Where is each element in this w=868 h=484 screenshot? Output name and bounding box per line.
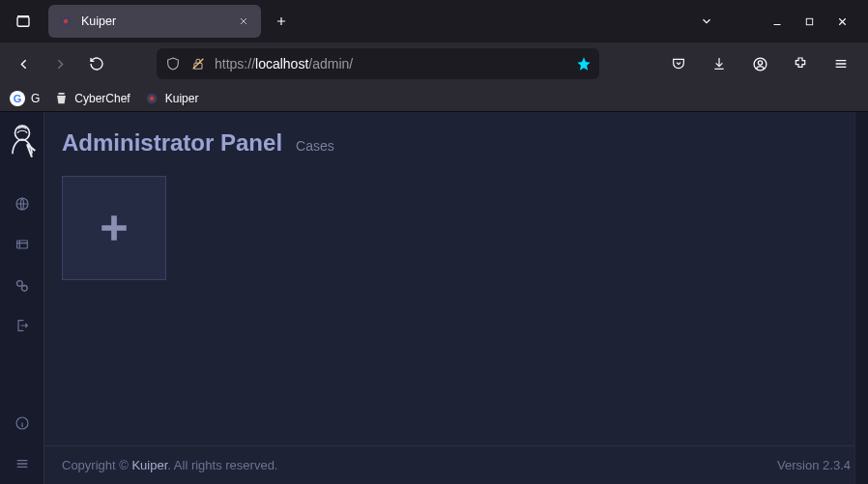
cyberchef-icon <box>53 91 69 106</box>
footer-copyright: Copyright © Kuiper. All rights reserved. <box>62 458 277 472</box>
url-bar[interactable]: https://localhost/admin/ <box>157 48 599 79</box>
browser-navbar: https://localhost/admin/ <box>0 43 868 85</box>
bookmarks-bar: G G CyberChef Kuiper <box>0 85 868 112</box>
shield-icon[interactable] <box>164 56 182 71</box>
url-text: https://localhost/admin/ <box>215 56 568 71</box>
bookmark-star-icon[interactable] <box>576 56 592 71</box>
svg-rect-11 <box>16 241 27 248</box>
sidebar-item-logout[interactable] <box>0 305 44 346</box>
svg-rect-0 <box>17 17 29 27</box>
minimize-button[interactable] <box>771 15 783 27</box>
page-title: Administrator Panel <box>62 129 282 157</box>
vertical-scrollbar[interactable] <box>854 112 868 484</box>
browser-tab[interactable]: Kuiper <box>48 5 261 38</box>
bookmark-item[interactable]: Kuiper <box>144 91 199 106</box>
extensions-button[interactable] <box>785 48 816 79</box>
svg-point-6 <box>758 60 762 64</box>
sidebar <box>0 112 44 484</box>
firefox-view-button[interactable] <box>6 7 41 36</box>
svg-point-9 <box>14 126 29 140</box>
google-icon: G <box>10 91 25 106</box>
page-subtitle: Cases <box>296 138 334 154</box>
list-tabs-button[interactable] <box>700 14 713 28</box>
reload-button[interactable] <box>81 48 112 79</box>
sidebar-item-settings[interactable] <box>0 265 44 305</box>
bookmark-label: CyberChef <box>74 92 130 105</box>
account-button[interactable] <box>744 48 775 79</box>
bookmark-item[interactable]: G G <box>10 91 40 106</box>
svg-point-13 <box>22 285 28 291</box>
plus-icon <box>98 212 130 244</box>
sidebar-toggle[interactable] <box>0 443 44 484</box>
new-tab-button[interactable] <box>267 7 296 36</box>
browser-titlebar: Kuiper <box>0 0 868 43</box>
app-container: Administrator Panel Cases Copyright © Ku… <box>0 112 868 484</box>
sidebar-item-info[interactable] <box>0 403 44 443</box>
sidebar-item-global[interactable] <box>0 184 44 224</box>
main-area: Administrator Panel Cases Copyright © Ku… <box>44 112 868 484</box>
app-logo[interactable] <box>4 118 41 164</box>
window-controls <box>700 14 862 28</box>
svg-rect-3 <box>806 18 812 24</box>
page-header: Administrator Panel Cases <box>44 112 868 164</box>
bookmark-label: G <box>31 92 40 105</box>
svg-point-12 <box>17 280 23 286</box>
add-case-button[interactable] <box>62 176 166 280</box>
maximize-button[interactable] <box>804 16 815 27</box>
close-tab-button[interactable] <box>234 12 253 31</box>
sidebar-item-records[interactable] <box>0 224 44 265</box>
back-button[interactable] <box>8 48 39 79</box>
tab-title: Kuiper <box>81 14 226 28</box>
downloads-button[interactable] <box>704 48 735 79</box>
pocket-button[interactable] <box>663 48 694 79</box>
svg-point-2 <box>64 19 69 24</box>
close-window-button[interactable] <box>836 15 849 28</box>
cases-grid <box>44 164 868 445</box>
lock-warning-icon[interactable] <box>189 56 207 71</box>
forward-button[interactable] <box>44 48 75 79</box>
app-menu-button[interactable] <box>825 48 856 79</box>
footer: Copyright © Kuiper. All rights reserved.… <box>44 445 868 484</box>
bookmark-label: Kuiper <box>165 92 199 105</box>
footer-version: Version 2.3.4 <box>777 458 851 472</box>
tab-favicon <box>58 14 73 29</box>
kuiper-icon <box>144 91 159 106</box>
bookmark-item[interactable]: CyberChef <box>53 91 130 106</box>
svg-point-8 <box>149 96 154 100</box>
